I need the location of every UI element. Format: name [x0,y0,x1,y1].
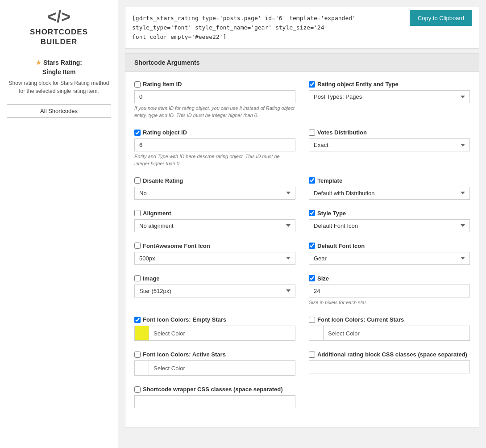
star-icon: ★ [36,59,42,66]
image-select[interactable]: Star (512px) [134,285,295,297]
font-color-active-label-text: Font Icon Colors: Active Stars [143,351,226,358]
font-color-current-picker: Select Color [309,326,470,341]
font-color-empty-checkbox[interactable] [134,317,141,323]
sidebar: </> SHORTCODESBUILDER ★ Stars Rating:Sin… [0,0,118,448]
sidebar-logo: </> SHORTCODESBUILDER [30,9,88,47]
image-checkbox[interactable] [134,275,141,281]
disable-rating-select[interactable]: No [134,187,295,200]
shortcode-output-container: Copy to Clipboard [gdrts_stars_rating ty… [125,7,479,49]
field-size: Size Size in pixels for each star. [309,275,470,306]
size-label-text: Size [317,275,329,282]
default-font-icon-select[interactable]: Gear [309,252,470,265]
rating-object-id-checkbox[interactable] [134,130,141,136]
field-template: Template Default with Distribution [309,177,470,200]
args-row-5: FontAwesome Font Icon 500px Default Font… [134,243,470,273]
votes-distribution-select[interactable]: Exact [309,138,470,151]
size-checkbox[interactable] [309,275,315,281]
font-color-active-picker: Select Color [134,360,295,376]
code-icon: </> [30,9,88,25]
disable-rating-checkbox[interactable] [134,177,141,184]
brand-name: SHORTCODESBUILDER [30,27,88,47]
page-name: ★ Stars Rating:Single Item [7,58,111,77]
rating-item-id-label: Rating Item ID [134,81,295,88]
args-row-1: Rating Item ID If you now item ID for ra… [134,81,470,127]
all-shortcodes-button[interactable]: All Shortcodes [7,104,111,118]
field-font-color-current: Font Icon Colors: Current Stars Select C… [309,316,470,341]
shortcode-wrapper-css-label-text: Shortcode wrapper CSS classes (space sep… [143,386,283,393]
alignment-select[interactable]: No alignment [134,219,295,232]
rating-object-id-label: Rating object ID [134,129,295,136]
page-desc-text: Show rating block for Stars Rating metho… [9,80,109,94]
fontawesome-select[interactable]: 500px [134,252,295,265]
disable-rating-label-text: Disable Rating [143,177,183,184]
font-color-active-select-btn[interactable]: Select Color [149,362,295,374]
args-row-8: Font Icon Colors: Active Stars Select Co… [134,351,470,384]
fontawesome-label: FontAwesome Font Icon [134,243,295,249]
size-input[interactable] [309,285,470,297]
field-alignment: Alignment No alignment [134,210,295,232]
default-font-icon-label-text: Default Font Icon [317,243,365,249]
additional-css-checkbox[interactable] [309,352,315,358]
rating-object-id-input[interactable] [134,138,295,151]
field-rating-object-id: Rating object ID Entity and Type with ID… [134,129,295,167]
font-color-empty-picker: Select Color [134,326,295,341]
page-title-text: Stars Rating:Single Item [42,59,82,75]
additional-css-label-text: Additional rating block CSS classes (spa… [317,351,467,358]
rating-item-id-checkbox[interactable] [134,81,141,88]
field-font-color-empty: Font Icon Colors: Empty Stars Select Col… [134,316,295,341]
font-color-empty-label-text: Font Icon Colors: Empty Stars [143,316,226,323]
template-label: Template [309,177,470,184]
default-font-icon-checkbox[interactable] [309,243,315,249]
field-shortcode-wrapper-css: Shortcode wrapper CSS classes (space sep… [134,386,295,408]
additional-css-label: Additional rating block CSS classes (spa… [309,351,470,358]
size-label: Size [309,275,470,282]
font-color-current-select-btn[interactable]: Select Color [324,327,469,339]
field-disable-rating: Disable Rating No [134,177,295,200]
field-additional-css: Additional rating block CSS classes (spa… [309,351,470,376]
additional-css-input[interactable] [309,360,470,373]
rating-entity-checkbox[interactable] [309,81,315,88]
main-content: Copy to Clipboard [gdrts_stars_rating ty… [118,0,486,448]
field-fontawesome: FontAwesome Font Icon 500px [134,243,295,265]
alignment-checkbox[interactable] [134,210,141,216]
rating-entity-label-text: Rating object Entity and Type [317,81,399,88]
rating-object-id-label-text: Rating object ID [143,129,187,136]
shortcode-wrapper-css-input[interactable] [134,395,295,408]
field-rating-entity: Rating object Entity and Type Post Types… [309,81,470,119]
field-default-font-icon: Default Font Icon Gear [309,243,470,265]
args-row-9: Shortcode wrapper CSS classes (space sep… [134,386,470,416]
args-header: Shortcode Arguments [125,54,479,72]
args-row-2: Rating object ID Entity and Type with ID… [134,129,470,175]
fontawesome-label-text: FontAwesome Font Icon [143,243,210,249]
disable-rating-label: Disable Rating [134,177,295,184]
votes-distribution-label: Votes Distribution [309,129,470,136]
field-rating-item-id: Rating Item ID If you now item ID for ra… [134,81,295,119]
rating-item-id-label-text: Rating Item ID [143,81,182,88]
args-body: Rating Item ID If you now item ID for ra… [125,72,479,427]
font-color-empty-select-btn[interactable]: Select Color [149,327,295,339]
template-label-text: Template [317,177,342,184]
args-row-7: Font Icon Colors: Empty Stars Select Col… [134,316,470,349]
votes-distribution-checkbox[interactable] [309,130,315,136]
template-select[interactable]: Default with Distribution [309,187,470,200]
font-color-active-checkbox[interactable] [134,352,141,358]
rating-entity-label: Rating object Entity and Type [309,81,470,88]
style-type-select[interactable]: Default Font Icon [309,219,470,232]
rating-item-id-input[interactable] [134,90,295,103]
template-checkbox[interactable] [309,177,315,184]
font-color-current-checkbox[interactable] [309,317,315,323]
style-type-label: Style Type [309,210,470,217]
args-row-6: Image Star (512px) Size Size in pixels f… [134,275,470,314]
fontawesome-checkbox[interactable] [134,243,141,249]
copy-to-clipboard-button[interactable]: Copy to Clipboard [410,10,472,26]
shortcode-wrapper-css-checkbox[interactable] [134,386,141,393]
rating-item-id-hint: If you now item ID for rating object, yo… [134,105,295,119]
style-type-checkbox[interactable] [309,210,315,216]
font-color-current-swatch [309,326,324,340]
args-row-4: Alignment No alignment Style Type Defaul… [134,210,470,240]
size-hint: Size in pixels for each star. [309,299,470,306]
rating-entity-select[interactable]: Post Types: Pages [309,90,470,103]
font-color-active-swatch [135,361,149,375]
font-color-active-label: Font Icon Colors: Active Stars [134,351,295,358]
style-type-label-text: Style Type [317,210,346,217]
